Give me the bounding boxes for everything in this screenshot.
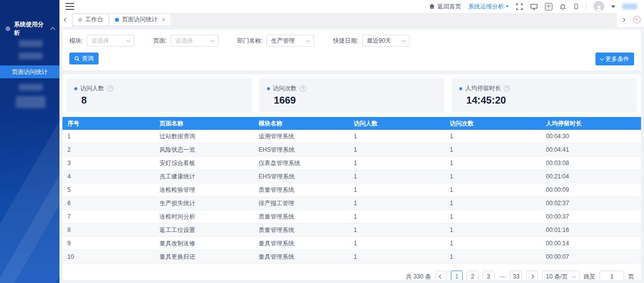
table-row[interactable]: 2风险状态一览EHS管理系统1100:04:41 [62,143,641,157]
table-cell: 00:02:37 [541,200,641,207]
tab-page-visit-stats[interactable]: 页面访问统计 × [110,14,170,25]
filter-panel: 模块: 请选择 页面: 请选择 部门名称: 生产管理 [62,30,641,70]
table-cell: 1 [62,133,155,140]
sidebar-group-label: 系统使用分析 [14,20,48,37]
next-page-button[interactable] [526,271,538,280]
chevron-left-icon [439,275,443,279]
table-cell: 00:00:37 [541,213,641,220]
page-button-2[interactable]: 2 [467,271,479,280]
filter-label: 页面: [153,37,166,45]
sidebar-group-system-usage[interactable]: 系统使用分析 [0,23,59,35]
table-row[interactable]: 6生产损失统计排产报工管理1100:02:37 [62,197,641,210]
tab-label: 页面访问统计 [122,15,158,24]
help-icon[interactable]: ? [504,85,510,92]
table-cell: 1 [445,226,541,233]
table-cell: 00:00:07 [541,253,641,260]
column-header: 序号 [62,119,155,128]
table-row[interactable]: 3安灯综合看板仪表盘管理系统1100:03:08 [62,157,641,170]
sidebar-item-page-visit-stats[interactable]: 页面访问统计 [0,65,59,78]
page-button-1[interactable]: 1 [451,271,463,280]
table-row[interactable]: 9量具改制送修量具管理系统1100:00:14 [62,237,641,250]
table-cell: 5 [62,186,155,193]
date-range-select[interactable]: 最近90天 [362,35,410,47]
close-all-tabs-icon[interactable]: × [633,16,641,23]
page-size-select[interactable]: 10 条/页 [542,271,580,280]
table-cell: 过站数据查询 [155,132,254,141]
table-cell: 质量管理系统 [254,213,349,221]
table-row[interactable]: 7送检时间分析质量管理系统1100:00:37 [62,210,641,224]
table-cell: 1 [445,240,541,247]
table-cell: 1 [445,213,541,220]
select-value: 请选择 [175,37,211,45]
table-cell: 送检时间分析 [155,213,254,221]
user-avatar[interactable] [593,1,604,12]
stat-label: 访问人数 [80,84,104,93]
table-row[interactable]: 5送检检验管理质量管理系统1100:00:09 [62,183,641,197]
tabs-scroll-right-button[interactable] [616,13,629,27]
search-button-label: 查询 [82,55,94,63]
column-header: 模块名称 [254,119,349,128]
sidebar-item-redacted[interactable] [19,84,43,91]
table-cell: 1 [445,186,541,193]
stat-value: 14:45:20 [459,95,629,106]
page-button-3[interactable]: 3 [483,271,494,280]
select-value: 生产管理 [271,37,307,45]
table-cell: 1 [349,173,445,180]
monitor-icon[interactable] [530,3,538,10]
help-icon[interactable]: ? [107,85,113,92]
stat-card-visits: 访问次数 ? 1669 [259,78,445,112]
tab-status-dot [78,18,82,22]
hamburger-menu-icon[interactable] [65,3,74,10]
stat-value: 8 [74,95,244,106]
table-cell: 1 [349,213,445,220]
column-header: 人均停留时长 [541,119,641,128]
page-button-last[interactable]: 33 [510,271,522,280]
table-cell: 10 [62,253,155,260]
more-conditions-button[interactable]: 更多条件 [595,53,634,65]
table-cell: 6 [62,200,155,207]
table-row[interactable]: 1过站数据查询追溯管理系统1100:04:30 [62,130,641,143]
department-select[interactable]: 生产管理 [267,35,314,47]
fullscreen-icon[interactable] [516,3,523,10]
jump-page-input[interactable] [599,271,624,280]
table-cell: 量具管理系统 [254,239,349,248]
home-button[interactable]: 返回首页 [429,2,461,11]
language-icon[interactable]: 中 [545,3,552,10]
page-size-value: 10 条/页 [546,273,568,281]
pagination-ellipsis[interactable]: — [498,273,506,280]
tab-workbench[interactable]: 工作台 [73,14,108,25]
stat-cards: 访问人数 ? 8 访问次数 ? 1669 人均停留时 [62,74,641,117]
table-cell: 2 [62,146,155,153]
tabs-scroll-left-button[interactable] [59,13,72,27]
total-count: 共 330 条 [406,273,431,281]
module-select[interactable]: 请选择 [87,35,134,47]
table-cell: 1 [445,146,541,153]
chevron-down-icon [506,5,509,7]
table-cell: 送检检验管理 [155,186,254,194]
user-menu-caret-icon[interactable] [611,5,615,8]
search-button[interactable]: 查询 [69,53,99,64]
table-cell: 员工健康统计 [155,172,254,181]
tab-status-dot [115,18,119,22]
table-row[interactable]: 8返工工位设置质量管理系统1100:01:16 [62,224,641,237]
system-menu-dropdown[interactable]: 系统运维分析 [468,2,509,11]
help-icon[interactable]: ? [300,85,306,92]
filter-date-range: 快捷日期: 最近90天 [333,35,410,47]
column-header: 访问次数 [445,119,541,128]
sidebar-item-redacted[interactable] [16,96,46,108]
table-row[interactable]: 4员工健康统计EHS管理系统1100:21:04 [62,170,641,183]
table-cell: 仪表盘管理系统 [254,159,349,168]
chevron-right-icon [530,275,534,279]
table-cell: 1 [349,240,445,247]
table-row[interactable]: 10量具更换归还量具管理系统1100:00:07 [62,250,641,264]
mobile-icon[interactable] [573,2,579,10]
page-select[interactable]: 请选择 [171,35,218,47]
tab-close-icon[interactable]: × [161,16,165,23]
sidebar-item-redacted[interactable] [19,53,43,59]
username-redacted [622,3,637,9]
sidebar-item-redacted[interactable] [19,40,43,47]
table-cell: 量具更换归还 [155,253,254,261]
table-cell: 7 [62,213,155,220]
prev-page-button[interactable] [435,271,447,280]
bell-icon[interactable] [559,3,566,10]
